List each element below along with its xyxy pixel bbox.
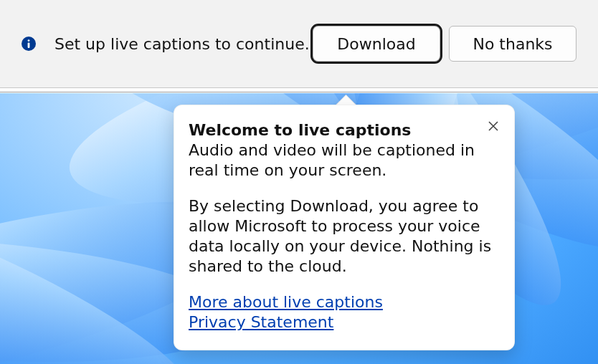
privacy-statement-link[interactable]: Privacy Statement: [189, 312, 333, 332]
no-thanks-button[interactable]: No thanks: [449, 26, 576, 62]
popover-arrow: [333, 92, 358, 106]
svg-rect-1: [28, 42, 30, 48]
more-about-live-captions-link[interactable]: More about live captions: [189, 292, 383, 312]
download-button[interactable]: Download: [313, 26, 440, 62]
live-captions-setup-banner: Set up live captions to continue. Downlo…: [0, 0, 598, 88]
popover-body-1: Audio and video will be captioned in rea…: [189, 140, 495, 181]
close-button[interactable]: [481, 114, 506, 138]
popover-body-2: By selecting Download, you agree to allo…: [189, 196, 495, 277]
popover-title: Welcome to live captions: [189, 121, 495, 139]
info-icon: [22, 37, 36, 51]
svg-point-0: [28, 39, 30, 42]
banner-message: Set up live captions to continue.: [54, 35, 310, 53]
banner-separator: [0, 88, 598, 92]
